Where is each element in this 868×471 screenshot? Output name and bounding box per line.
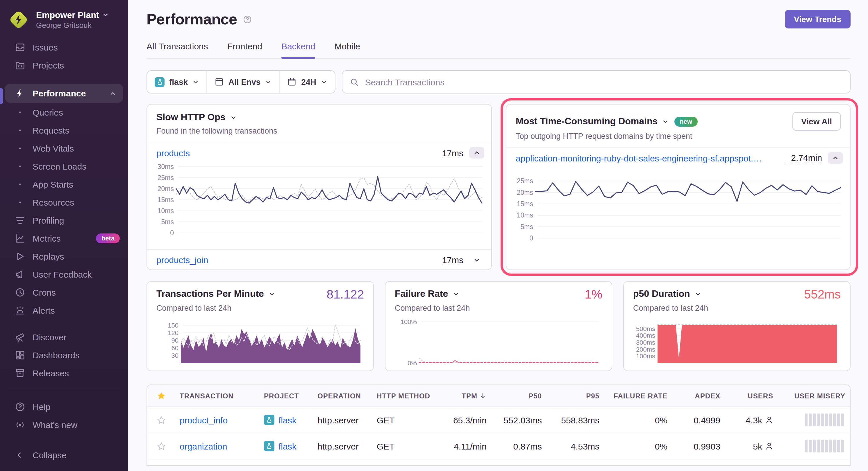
col-operation[interactable]: OPERATION — [313, 392, 372, 400]
sidebar-item[interactable]: Projects — [0, 56, 128, 74]
project-filter[interactable]: flask — [147, 71, 207, 93]
expand-row-button[interactable] — [469, 254, 484, 266]
col-p50[interactable]: P50 — [491, 392, 547, 400]
sidebar-subitem-label: Resources — [33, 198, 74, 207]
transaction-link[interactable]: product_info — [180, 415, 227, 425]
sidebar-item[interactable]: Releases — [0, 364, 128, 382]
transaction-link[interactable]: organization — [180, 441, 227, 451]
chevron-up-icon[interactable] — [109, 90, 116, 97]
svg-text:150: 150 — [168, 322, 179, 329]
col-users[interactable]: USERS — [725, 392, 778, 400]
tpm-value: 81.122 — [327, 289, 364, 300]
org-switcher[interactable]: Empower Plant George Gritsouk — [0, 0, 128, 38]
collapse-row-button[interactable] — [469, 147, 484, 159]
slow-http-ops-title-dropdown[interactable]: Slow HTTP Ops — [156, 112, 237, 123]
tab-mobile[interactable]: Mobile — [335, 41, 360, 58]
sidebar-item[interactable]: Replays — [0, 247, 128, 265]
sidebar-subitem[interactable]: Screen Loads — [0, 157, 128, 175]
sidebar-subitem[interactable]: Requests — [0, 122, 128, 139]
filter-group: flask All Envs 24H — [147, 70, 336, 94]
star-outline-icon[interactable] — [147, 415, 175, 424]
sidebar-subitem[interactable]: Web Vitals — [0, 139, 128, 157]
svg-text:0: 0 — [170, 229, 174, 237]
sidebar-item[interactable]: Issues — [0, 38, 128, 56]
svg-text:5ms: 5ms — [521, 223, 533, 231]
failure-rate-cell: 0% — [604, 415, 672, 425]
flask-project-icon — [264, 415, 274, 425]
operation-cell: http.server — [313, 415, 372, 425]
failure-rate-title-dropdown[interactable]: Failure Rate — [395, 289, 459, 299]
project-link[interactable]: flask — [278, 415, 297, 425]
chevron-down-icon — [695, 291, 701, 297]
chevron-down-icon — [103, 12, 109, 18]
sidebar-item[interactable]: What's new — [0, 416, 128, 434]
sidebar-item[interactable]: Help — [0, 398, 128, 416]
col-transaction[interactable]: TRANSACTION — [175, 392, 259, 400]
page-title: Performance — [147, 10, 237, 28]
svg-text:30ms: 30ms — [158, 164, 174, 170]
table-row: product_info flask http.server GET 65.3/… — [147, 407, 850, 433]
window-icon — [215, 77, 224, 87]
chevron-down-icon — [265, 79, 272, 85]
sidebar-subitem[interactable]: App Starts — [0, 175, 128, 193]
sidebar-item[interactable]: Metrics beta — [0, 229, 128, 247]
chevron-down-icon — [662, 118, 669, 125]
col-user-misery[interactable]: USER MISERY — [778, 392, 850, 400]
filter-bar: flask All Envs 24H — [147, 70, 850, 94]
discover-icon — [15, 332, 25, 342]
chevron-down-icon — [269, 291, 275, 297]
p50-title-dropdown[interactable]: p50 Duration — [633, 289, 701, 299]
metrics-icon — [15, 233, 25, 243]
tab-backend[interactable]: Backend — [281, 41, 315, 58]
org-user: George Gritsouk — [36, 21, 109, 30]
svg-text:200ms: 200ms — [636, 346, 655, 353]
col-http-method[interactable]: HTTP METHOD — [372, 392, 439, 400]
sidebar-collapse-button[interactable]: Collapse — [0, 446, 128, 464]
products-join-link[interactable]: products_join — [156, 255, 208, 265]
environment-filter[interactable]: All Envs — [207, 71, 279, 93]
products-link[interactable]: products — [156, 148, 190, 158]
sidebar-item[interactable]: User Feedback — [0, 265, 128, 283]
sidebar-subitem[interactable]: Queries — [0, 103, 128, 122]
sidebar-item[interactable]: Crons — [0, 283, 128, 301]
domains-title-dropdown[interactable]: Most Time-Consuming Domains new — [516, 116, 698, 127]
collapse-icon — [15, 450, 25, 460]
active-nav-accent-bar — [0, 88, 3, 104]
sidebar-item[interactable]: Dashboards — [0, 346, 128, 364]
domain-link[interactable]: application-monitoring-ruby-dot-sales-en… — [516, 153, 766, 163]
svg-text:120: 120 — [168, 329, 179, 337]
star-icon[interactable] — [147, 392, 175, 400]
collapse-label: Collapse — [33, 450, 67, 460]
tab-all-transactions[interactable]: All Transactions — [147, 41, 208, 58]
sidebar-item[interactable]: Discover — [0, 328, 128, 346]
search-input[interactable] — [364, 76, 842, 88]
sidebar-subitem[interactable]: Resources — [0, 193, 128, 211]
http-method-cell: GET — [372, 441, 439, 451]
sidebar-item[interactable]: Profiling — [0, 211, 128, 229]
view-all-button[interactable]: View All — [793, 112, 841, 131]
project-link[interactable]: flask — [278, 441, 297, 451]
col-tpm[interactable]: TPM — [439, 392, 491, 400]
lightning-icon — [15, 88, 25, 98]
star-outline-icon[interactable] — [147, 442, 175, 450]
collapse-row-button[interactable] — [828, 152, 843, 164]
transactions-table: TRANSACTION PROJECT OPERATION HTTP METHO… — [147, 384, 850, 466]
alerts-icon — [15, 305, 25, 315]
tpm-subtitle: Compared to last 24h — [156, 304, 364, 312]
tab-frontend[interactable]: Frontend — [227, 41, 262, 58]
svg-text:15ms: 15ms — [158, 196, 174, 204]
bullet-icon — [15, 111, 25, 113]
col-p95[interactable]: P95 — [547, 392, 604, 400]
svg-text:400ms: 400ms — [636, 332, 655, 339]
apdex-cell: 0.4999 — [672, 415, 725, 425]
p50-chart: 500ms400ms300ms200ms100ms — [633, 316, 841, 365]
sidebar-item[interactable]: Alerts — [0, 301, 128, 319]
time-range-filter[interactable]: 24H — [280, 71, 335, 93]
col-apdex[interactable]: APDEX — [672, 392, 725, 400]
tpm-title-dropdown[interactable]: Transactions Per Minute — [156, 289, 275, 299]
col-project[interactable]: PROJECT — [259, 392, 313, 400]
sidebar-item-performance[interactable]: Performance — [5, 83, 123, 103]
col-failure-rate[interactable]: FAILURE RATE — [604, 392, 672, 400]
view-trends-button[interactable]: View Trends — [784, 10, 850, 29]
help-icon[interactable] — [243, 15, 251, 24]
